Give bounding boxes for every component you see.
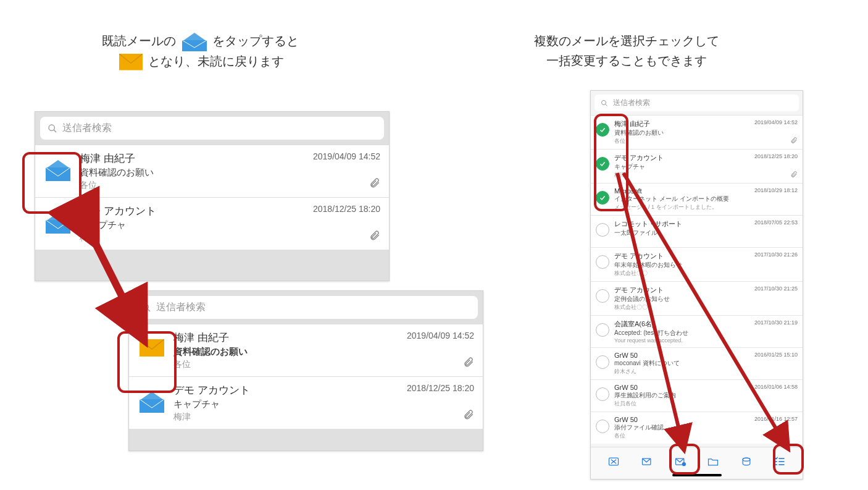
mail-row[interactable]: GrW 50添付ファイル確認各位2016/01/16 12:57 [591, 412, 803, 444]
mail-subject: 一太郎ファイル [614, 229, 798, 237]
checkbox-unchecked[interactable] [596, 420, 609, 433]
mail-preview: 株式会社〇〇 [614, 303, 798, 311]
archive-icon[interactable] [739, 454, 754, 469]
svg-rect-13 [140, 399, 164, 413]
mail-status-icon[interactable] [44, 151, 72, 181]
mail-row[interactable]: デモ アカウント年末年始休暇のお知らせ株式会社〇〇2017/10/30 21:2… [591, 247, 803, 281]
mail-preview: 各位 [614, 432, 798, 440]
mail-row[interactable]: デモ アカウント定例会議のお知らせ株式会社〇〇2017/10/30 21:25 [591, 281, 803, 315]
mail-preview: メッセージ 1 / 1 をインポートしました。 [614, 203, 798, 211]
move-folder-icon[interactable] [706, 454, 720, 469]
mail-preview [614, 237, 798, 243]
mail-row[interactable]: GrW 50moconavi 資料について鈴木さん2016/01/25 15:1… [591, 347, 803, 379]
mail-subject: moconavi 資料について [614, 359, 798, 368]
checkbox-unchecked[interactable] [596, 289, 609, 303]
mail-subject: Accepted: (test)打ち合わせ [614, 329, 798, 337]
mail-subject: 資料確認のお願い [173, 346, 473, 358]
caption-text: となり、未読に戻ります [148, 54, 284, 68]
checkbox-unchecked[interactable] [596, 323, 609, 337]
mail-date: 2018/12/25 18:20 [407, 383, 474, 393]
checkbox-checked[interactable] [596, 123, 609, 137]
mail-subject: 添付ファイル確認 [614, 423, 798, 432]
mail-preview: Your request was accepted. [614, 337, 798, 344]
caption-right: 複数のメールを選択チェックして 一括変更することもできます [417, 31, 837, 70]
mail-date: 2019/04/09 14:52 [754, 119, 798, 125]
svg-point-9 [143, 304, 148, 310]
svg-point-3 [49, 125, 54, 130]
mail-date: 2016/01/25 15:10 [754, 352, 798, 358]
mail-date: 2016/01/06 14:58 [754, 384, 798, 390]
mail-preview: 梅津 [614, 171, 798, 179]
mail-preview: 社員各位 [614, 400, 798, 408]
svg-marker-12 [140, 392, 164, 400]
attachment-icon [790, 171, 798, 179]
checkbox-unchecked[interactable] [596, 255, 609, 269]
caption-text: 既読メールの [102, 34, 176, 48]
search-bar[interactable]: 送信者検索 [40, 117, 384, 140]
mail-row[interactable]: GrW 50厚生施設利用のご案内社員各位2016/01/06 14:58 [591, 379, 803, 412]
search-placeholder: 送信者検索 [62, 122, 112, 135]
attachment-icon [463, 409, 474, 423]
mail-row[interactable]: レコモット・サポート一太郎ファイル 2018/07/05 22:53 [591, 215, 803, 247]
mail-status-icon[interactable] [44, 204, 72, 234]
mail-row[interactable]: 梅津 由紀子資料確認のお願い各位2019/04/09 14:52 [35, 145, 389, 197]
checkbox-checked[interactable] [596, 157, 609, 171]
mail-date: 2019/04/09 14:52 [313, 151, 380, 161]
mail-subject: インターネット メール インポートの概要 [614, 195, 798, 203]
mail-date: 2016/01/16 12:57 [754, 416, 798, 422]
checkbox-unchecked[interactable] [596, 223, 609, 237]
search-bar[interactable]: 送信者検索 [595, 95, 799, 111]
checkbox-unchecked[interactable] [596, 355, 609, 369]
search-placeholder: 送信者検索 [613, 98, 650, 108]
mark-unread-icon[interactable] [673, 454, 688, 469]
select-all-icon[interactable] [772, 454, 787, 469]
mail-open-icon [182, 33, 207, 51]
caption-text: 一括変更することもできます [417, 51, 837, 70]
mail-status-icon[interactable] [138, 331, 166, 357]
mail-row[interactable]: デモ アカウントキャプチャ梅津2018/12/25 18:20 [591, 149, 803, 183]
mark-read-icon[interactable] [640, 454, 654, 469]
checkbox-unchecked[interactable] [596, 387, 609, 401]
mail-preview: 各位 [80, 180, 379, 191]
mail-status-icon[interactable] [138, 383, 166, 413]
mail-row[interactable]: Microsoftインターネット メール インポートの概要メッセージ 1 / 1… [591, 183, 803, 215]
mail-list-panel-multiselect: 送信者検索 梅津 由紀子資料確認のお願い各位2019/04/09 14:52デモ… [590, 90, 803, 479]
svg-rect-8 [46, 220, 70, 234]
search-icon [141, 303, 151, 313]
mail-date: 2018/12/25 18:20 [754, 153, 798, 159]
caption-left: 既読メールの をタップすると となり、未読に戻ります [102, 31, 299, 71]
mail-subject: 資料確認のお願い [614, 129, 798, 137]
checkbox-checked[interactable] [596, 191, 609, 205]
svg-point-14 [602, 100, 606, 104]
mail-preview: 各位 [173, 359, 473, 370]
mail-preview: 梅津 [80, 232, 379, 243]
mail-row[interactable]: 梅津 由紀子資料確認のお願い各位2019/04/09 14:52 [591, 115, 803, 149]
mail-date: 2017/10/30 21:25 [754, 285, 798, 292]
mail-date: 2018/12/25 18:20 [313, 204, 380, 214]
mail-subject: キャプチャ [614, 163, 798, 171]
mail-list-panel-before: 送信者検索 梅津 由紀子資料確認のお願い各位2019/04/09 14:52デモ… [35, 111, 390, 281]
mail-row[interactable]: デモ アカウントキャプチャ梅津2018/12/25 18:20 [35, 197, 389, 250]
mail-subject: 年末年始休暇のお知らせ [614, 261, 798, 269]
mail-row[interactable]: 会議室A(6名)Accepted: (test)打ち合わせYour reques… [591, 315, 803, 347]
mail-subject: キャプチャ [80, 219, 379, 231]
toolbar [591, 447, 803, 479]
mail-date: 2018/10/29 18:12 [754, 187, 798, 193]
mail-preview: 鈴木さん [614, 368, 798, 376]
svg-rect-6 [46, 167, 70, 181]
mail-preview: 各位 [614, 137, 798, 145]
attachment-icon [790, 137, 798, 145]
mail-preview: 梅津 [173, 412, 473, 423]
search-bar[interactable]: 送信者検索 [134, 296, 478, 319]
mail-subject: 資料確認のお願い [80, 167, 379, 179]
mail-row[interactable]: 梅津 由紀子資料確認のお願い各位2019/04/09 14:52 [129, 324, 483, 376]
svg-point-21 [682, 462, 685, 465]
mail-subject: 定例会議のお知らせ [614, 295, 798, 303]
svg-line-4 [54, 130, 56, 132]
delete-icon[interactable] [606, 454, 621, 469]
mail-preview: 株式会社〇〇 [614, 269, 798, 277]
attachment-icon [369, 177, 380, 191]
mail-row[interactable]: デモ アカウントキャプチャ梅津2018/12/25 18:20 [129, 376, 483, 429]
svg-rect-1 [182, 40, 207, 51]
attachment-icon [463, 357, 474, 370]
